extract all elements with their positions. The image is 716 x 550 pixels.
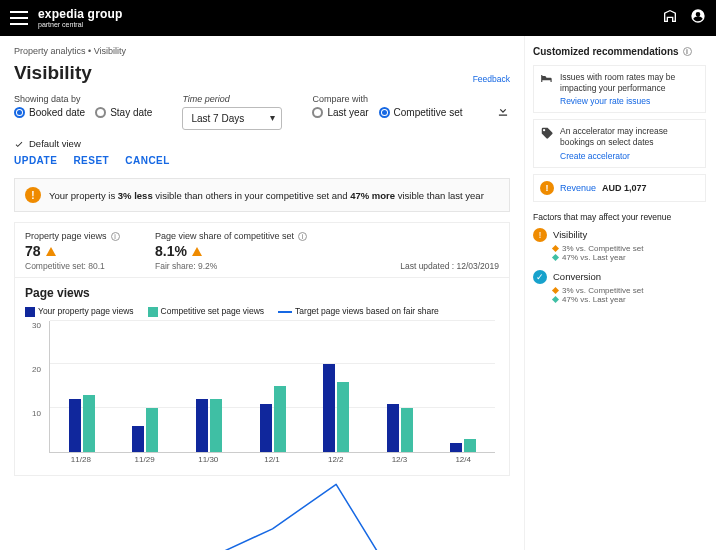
bar-comp[interactable] xyxy=(337,382,349,452)
building-icon[interactable] xyxy=(662,8,678,28)
factors-title: Factors that may affect your revenue xyxy=(533,212,706,222)
radio-booked-date[interactable]: Booked date xyxy=(14,107,85,118)
diamond-icon xyxy=(552,253,559,260)
share-label: Page view share of competitive set xyxy=(155,231,294,241)
cancel-button[interactable]: CANCEL xyxy=(125,155,170,166)
info-icon[interactable]: i xyxy=(111,232,120,241)
visibility-alert: ! Your property is 3% less visible than … xyxy=(14,178,510,212)
bar-your[interactable] xyxy=(260,404,272,452)
diamond-icon xyxy=(552,295,559,302)
diamond-icon xyxy=(552,244,559,251)
ppv-label: Property page views xyxy=(25,231,107,241)
recommendation: An accelerator may increase bookings on … xyxy=(533,119,706,167)
check-icon: ✓ xyxy=(533,270,547,284)
chart-title: Page views xyxy=(25,286,499,300)
bar-comp[interactable] xyxy=(274,386,286,452)
rec-link[interactable]: Create accelerator xyxy=(560,151,699,161)
page-views-chart: 302010 11/2811/2911/3012/112/212/312/4 xyxy=(25,321,499,471)
factor: ✓Conversion3% vs. Competitive set47% vs.… xyxy=(533,270,706,304)
time-period-label: Time period xyxy=(182,94,282,104)
legend-line-target xyxy=(278,311,292,313)
breadcrumb: Property analytics • Visibility xyxy=(14,46,510,56)
page-title: Visibility xyxy=(14,62,92,84)
account-icon[interactable] xyxy=(690,8,706,28)
feedback-link[interactable]: Feedback xyxy=(473,74,510,84)
warning-triangle-icon xyxy=(46,247,56,256)
update-button[interactable]: UPDATE xyxy=(14,155,57,166)
bar-your[interactable] xyxy=(323,364,335,451)
bar-comp[interactable] xyxy=(401,408,413,452)
share-value: 8.1% xyxy=(155,243,187,259)
ppv-value: 78 xyxy=(25,243,41,259)
recommendations-header: Customized recommendations xyxy=(533,46,679,57)
legend-swatch-your xyxy=(25,307,35,317)
bar-your[interactable] xyxy=(387,404,399,452)
default-view-label: Default view xyxy=(29,138,81,149)
showing-data-label: Showing data by xyxy=(14,94,152,104)
recommendation: Issues with room rates may be impacting … xyxy=(533,65,706,113)
radio-stay-date[interactable]: Stay date xyxy=(95,107,152,118)
menu-icon[interactable] xyxy=(10,11,28,25)
tag-icon xyxy=(540,126,554,160)
brand-sub: partner central xyxy=(38,21,123,28)
bar-comp[interactable] xyxy=(146,408,158,452)
warning-icon: ! xyxy=(25,187,41,203)
bed-icon xyxy=(540,72,554,106)
time-period-dropdown[interactable]: Last 7 Days xyxy=(182,107,282,130)
info-icon[interactable]: i xyxy=(298,232,307,241)
check-icon xyxy=(14,139,24,149)
bar-comp[interactable] xyxy=(210,399,222,451)
revenue-amount: AUD 1,077 xyxy=(602,183,647,193)
factor: !Visibility3% vs. Competitive set47% vs.… xyxy=(533,228,706,262)
share-sub: Fair share: 9.2% xyxy=(155,261,335,271)
warning-icon: ! xyxy=(540,181,554,195)
download-icon[interactable] xyxy=(496,104,510,121)
legend-swatch-comp xyxy=(148,307,158,317)
diamond-icon xyxy=(552,286,559,293)
bar-your[interactable] xyxy=(69,399,81,451)
radio-competitive-set[interactable]: Competitive set xyxy=(379,107,463,118)
brand: expedia group partner central xyxy=(38,8,123,28)
info-icon[interactable]: i xyxy=(683,47,692,56)
rec-link[interactable]: Review your rate issues xyxy=(560,96,699,106)
bar-comp[interactable] xyxy=(464,439,476,452)
brand-main: expedia group xyxy=(38,8,123,20)
bar-comp[interactable] xyxy=(83,395,95,452)
last-updated: Last updated : 12/03/2019 xyxy=(400,261,499,271)
reset-button[interactable]: RESET xyxy=(73,155,109,166)
radio-last-year[interactable]: Last year xyxy=(312,107,368,118)
bar-your[interactable] xyxy=(450,443,462,452)
warning-icon: ! xyxy=(533,228,547,242)
compare-label: Compare with xyxy=(312,94,462,104)
bar-your[interactable] xyxy=(132,426,144,452)
revenue-label[interactable]: Revenue xyxy=(560,183,596,193)
ppv-sub: Competitive set: 80.1 xyxy=(25,261,155,271)
bar-your[interactable] xyxy=(196,399,208,451)
warning-triangle-icon xyxy=(192,247,202,256)
